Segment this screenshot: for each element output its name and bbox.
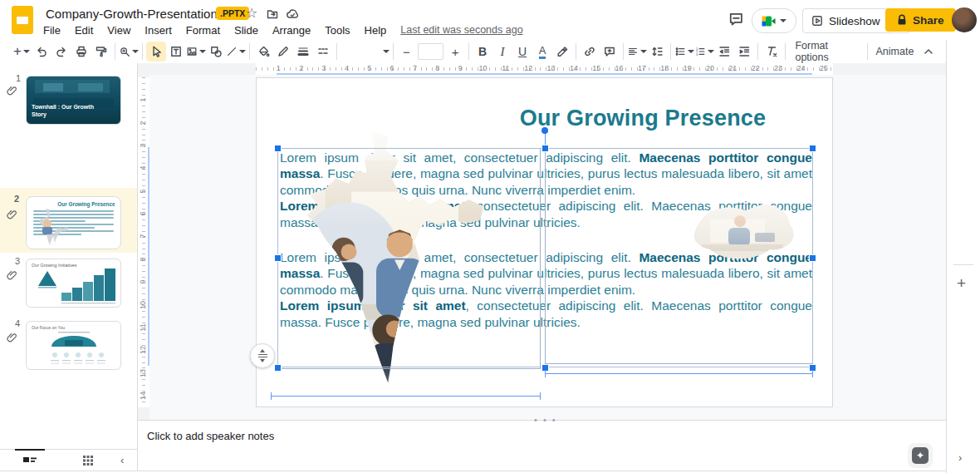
filmstrip-view-button[interactable] (22, 455, 37, 466)
font-size-decrease-button[interactable]: − (396, 42, 416, 62)
numbered-list-button[interactable]: 123 (694, 42, 714, 62)
slides-logo-icon[interactable] (12, 6, 33, 34)
menu-edit[interactable]: Edit (75, 24, 93, 37)
menu-tools[interactable]: Tools (325, 24, 350, 37)
slideshow-label: Slideshow (824, 15, 889, 27)
animate-button[interactable]: Animate (871, 42, 919, 62)
rail-divider (953, 264, 973, 265)
move-folder-icon[interactable] (266, 7, 279, 21)
border-weight-button[interactable] (293, 42, 313, 62)
document-title[interactable]: Company-Growth-Presentation (46, 7, 218, 21)
select-tool-button[interactable] (146, 42, 166, 62)
speaker-notes-panel: • • • Click to add speaker notes (137, 420, 980, 449)
rotation-handle[interactable] (541, 127, 548, 134)
paint-format-button[interactable] (91, 42, 111, 62)
bold-button[interactable]: B (473, 42, 492, 62)
vertical-ruler-ticks (142, 77, 145, 407)
menu-slide[interactable]: Slide (234, 24, 258, 37)
selection-handle-w[interactable] (274, 254, 282, 262)
selection-handle-e[interactable] (809, 254, 816, 262)
format-options-button[interactable]: Format options (788, 42, 864, 62)
explore-button[interactable]: ✦ (908, 443, 933, 468)
add-comment-button[interactable] (600, 42, 620, 62)
paperclip-icon (7, 269, 18, 281)
print-button[interactable] (71, 42, 91, 62)
filmstrip-panel: 1 Townhall : Our Growth Story 2 Our Grow… (0, 63, 137, 449)
font-size-input[interactable] (418, 43, 443, 60)
bulleted-list-icon (674, 45, 686, 58)
vertical-ruler: 1234567891011121314 (137, 75, 149, 420)
menu-format[interactable]: Format (186, 24, 220, 37)
menu-arrange[interactable]: Arrange (272, 24, 311, 37)
slide-page[interactable]: Our Growing Presence Lorem ipsum dolor s… (256, 77, 833, 407)
font-family-select[interactable] (341, 42, 390, 61)
redo-button[interactable] (51, 42, 71, 62)
paperclip-icon (7, 332, 18, 343)
toolbar-divider (142, 43, 143, 60)
selection-handle-ne[interactable] (809, 145, 816, 152)
text-box-button[interactable] (166, 42, 186, 62)
get-addons-button[interactable]: + (957, 274, 966, 293)
toolbar-divider (249, 43, 250, 60)
slide-thumbnail-2[interactable]: Our Growing Presence (26, 196, 121, 249)
line-spacing-icon (650, 45, 664, 58)
selection-bounding-box[interactable] (277, 148, 813, 367)
insert-shape-button[interactable] (206, 42, 226, 62)
page-bottom-border (0, 471, 980, 471)
cloud-status-icon[interactable] (286, 7, 299, 21)
spacing-drag-handle[interactable] (250, 343, 275, 368)
add-comment-icon (603, 45, 616, 58)
zoom-caret-icon (132, 50, 139, 53)
comment-history-icon[interactable] (728, 11, 744, 27)
increase-indent-button[interactable] (734, 42, 754, 62)
cursor-icon (149, 45, 163, 58)
font-size-increase-button[interactable]: + (445, 42, 465, 62)
border-color-button[interactable] (273, 42, 293, 62)
selection-handle-sw[interactable] (274, 364, 282, 372)
decrease-indent-button[interactable] (714, 42, 734, 62)
menu-help[interactable]: Help (365, 24, 387, 37)
menu-view[interactable]: View (107, 24, 130, 37)
italic-button[interactable]: I (492, 42, 512, 62)
underline-button[interactable]: U (512, 42, 532, 62)
insert-line-button[interactable] (226, 42, 246, 62)
sparkle-icon: ✦ (912, 447, 929, 464)
border-dash-button[interactable] (313, 42, 333, 62)
new-slide-button[interactable]: + (12, 42, 32, 62)
menu-insert[interactable]: Insert (145, 24, 172, 37)
share-button[interactable]: Share (885, 8, 956, 32)
collapse-filmstrip-button[interactable]: ‹ (120, 454, 124, 466)
align-button[interactable] (627, 42, 647, 62)
highlight-color-button[interactable] (552, 42, 572, 62)
fill-color-button[interactable] (253, 42, 273, 62)
selection-handle-nw[interactable] (274, 145, 282, 152)
bulleted-list-button[interactable] (674, 42, 694, 62)
drag-bar (258, 354, 267, 356)
undo-button[interactable] (32, 42, 51, 62)
share-label: Share (913, 14, 944, 27)
notes-resize-handle[interactable]: • • • (534, 415, 557, 425)
selection-handle-n[interactable] (541, 145, 549, 152)
slide-thumbnail-3[interactable]: Our Growing Initiatives (26, 259, 121, 308)
meet-button[interactable] (752, 8, 796, 33)
speaker-notes-input[interactable]: Click to add speaker notes (147, 430, 274, 442)
insert-link-button[interactable] (580, 42, 600, 62)
last-edit-link[interactable]: Last edit was seconds ago (400, 24, 522, 37)
text-color-button[interactable]: A (532, 42, 552, 62)
menu-file[interactable]: File (43, 24, 61, 37)
insert-image-button[interactable] (186, 42, 206, 62)
slide-thumbnail-4[interactable]: Our Focus on You (26, 321, 121, 370)
expand-side-panel-button[interactable]: › (958, 451, 962, 464)
collapse-toolbar-button[interactable] (919, 42, 938, 62)
user-avatar[interactable] (952, 7, 977, 32)
slide-3-title: Our Growing Initiatives (32, 263, 77, 268)
collapse-caret-icon (922, 45, 935, 58)
grid-view-button[interactable] (82, 455, 94, 466)
measurement-guide-left (271, 392, 541, 400)
slide-2-number: 2 (14, 194, 19, 204)
line-spacing-button[interactable] (647, 42, 667, 62)
zoom-button[interactable] (119, 42, 139, 62)
clear-formatting-button[interactable] (762, 42, 782, 62)
star-icon[interactable]: ☆ (246, 5, 257, 21)
slide-thumbnail-1[interactable]: Townhall : Our Growth Story (26, 76, 121, 125)
